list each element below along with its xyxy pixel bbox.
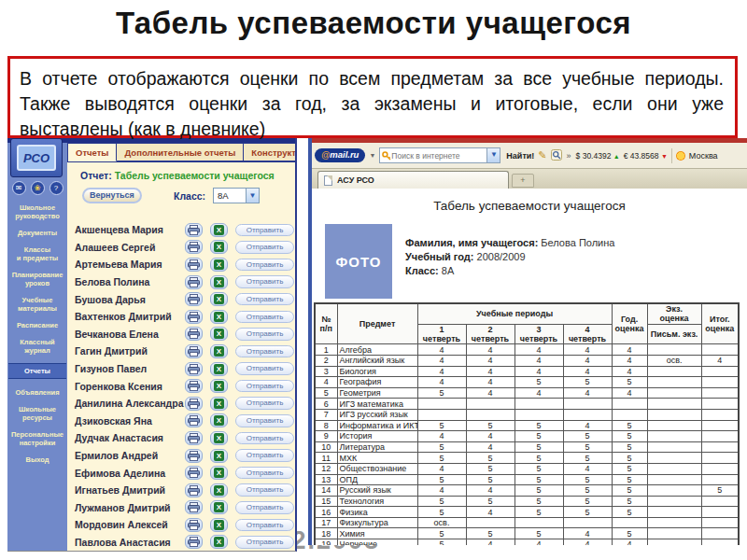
excel-export-button[interactable]: X bbox=[210, 431, 228, 445]
excel-export-button[interactable]: X bbox=[210, 292, 228, 306]
class-select[interactable]: 8А ▼ bbox=[213, 188, 260, 203]
excel-export-button[interactable]: X bbox=[210, 500, 228, 514]
send-button[interactable]: Отправить bbox=[235, 483, 294, 497]
print-button[interactable] bbox=[185, 500, 203, 514]
send-button[interactable]: Отправить bbox=[235, 432, 294, 445]
weather-city[interactable]: Москва bbox=[689, 151, 718, 161]
excel-export-button[interactable]: X bbox=[210, 327, 228, 341]
eur-rate[interactable]: € 43.8568 ▼ bbox=[624, 151, 668, 161]
notifications-icon[interactable]: ❀ bbox=[31, 181, 45, 195]
excel-export-button[interactable]: X bbox=[210, 397, 228, 411]
print-button[interactable] bbox=[185, 362, 203, 376]
send-button[interactable]: Отправить bbox=[235, 467, 294, 480]
send-button[interactable]: Отправить bbox=[235, 397, 294, 410]
sidebar-item-school-management[interactable]: Школьное руководство bbox=[8, 203, 66, 220]
new-tab-button[interactable]: + bbox=[512, 174, 534, 188]
browser-tab-asu-rso[interactable]: АСУ РСО bbox=[317, 171, 509, 189]
send-button[interactable]: Отправить bbox=[235, 293, 294, 306]
sidebar-item-reports[interactable]: Отчеты bbox=[8, 363, 66, 379]
mailru-logo[interactable]: @mail.ru bbox=[315, 148, 365, 162]
grade-cell-exam bbox=[647, 463, 701, 474]
print-button[interactable] bbox=[185, 413, 203, 427]
excel-export-button[interactable]: X bbox=[210, 223, 228, 237]
excel-export-button[interactable]: X bbox=[210, 240, 228, 254]
sidebar-item-exit[interactable]: Выход bbox=[8, 455, 66, 464]
search-dropdown-icon[interactable]: ▼ bbox=[486, 148, 500, 162]
send-button[interactable]: Отправить bbox=[235, 345, 294, 358]
sidebar-item-lesson-planning[interactable]: Планирование уроков bbox=[8, 271, 66, 287]
print-button[interactable] bbox=[185, 466, 203, 480]
send-button[interactable]: Отправить bbox=[235, 311, 294, 324]
sidebar-item-learning-materials[interactable]: Учебные материалы bbox=[8, 296, 66, 313]
send-button[interactable]: Отправить bbox=[235, 275, 294, 288]
send-button[interactable]: Отправить bbox=[235, 449, 294, 462]
print-button[interactable] bbox=[185, 431, 203, 445]
print-button[interactable] bbox=[185, 535, 203, 549]
search-input[interactable] bbox=[391, 151, 486, 161]
grade-cell-q4: 4 bbox=[563, 387, 612, 399]
send-button[interactable]: Отправить bbox=[235, 536, 294, 549]
sidebar-item-schedule[interactable]: Расписание bbox=[8, 321, 66, 329]
print-button[interactable] bbox=[185, 397, 203, 411]
send-button[interactable]: Отправить bbox=[235, 241, 294, 254]
sidebar-item-documents[interactable]: Документы bbox=[8, 229, 66, 237]
send-button[interactable]: Отправить bbox=[235, 362, 294, 375]
send-button[interactable]: Отправить bbox=[235, 328, 294, 341]
back-button[interactable]: Вернуться bbox=[82, 188, 142, 203]
help-icon[interactable]: ? bbox=[49, 181, 63, 195]
excel-export-button[interactable]: X bbox=[210, 518, 228, 532]
excel-export-button[interactable]: X bbox=[210, 535, 228, 549]
excel-export-button[interactable]: X bbox=[210, 258, 228, 272]
usd-rate[interactable]: $ 30.4392 ▲ bbox=[576, 151, 620, 161]
print-button[interactable] bbox=[185, 223, 203, 237]
magnifier-icon[interactable] bbox=[551, 149, 562, 162]
grade-cell-q4: 5 bbox=[563, 441, 612, 453]
sidebar-item-personal-settings[interactable]: Персональные настройки bbox=[8, 430, 66, 447]
print-button[interactable] bbox=[185, 310, 203, 324]
send-button[interactable]: Отправить bbox=[235, 224, 294, 237]
excel-export-button[interactable]: X bbox=[210, 449, 228, 463]
excel-export-button[interactable]: X bbox=[210, 466, 228, 480]
find-button[interactable]: Найти! bbox=[506, 151, 534, 161]
sidebar-item-school-resources[interactable]: Школьные ресурсы bbox=[8, 405, 66, 422]
send-button[interactable]: Отправить bbox=[235, 501, 294, 514]
send-button[interactable]: Отправить bbox=[235, 380, 294, 393]
grade-cell-q4 bbox=[563, 399, 612, 410]
sidebar-item-classes-subjects[interactable]: Классы и предметы bbox=[8, 245, 66, 262]
print-button[interactable] bbox=[185, 240, 203, 254]
print-button[interactable] bbox=[185, 483, 203, 497]
more-tools-chevron[interactable]: » bbox=[567, 151, 571, 161]
print-button[interactable] bbox=[185, 327, 203, 341]
send-button[interactable]: Отправить bbox=[235, 259, 294, 272]
print-button[interactable] bbox=[185, 258, 203, 272]
grade-cell-year: 4 bbox=[612, 539, 647, 545]
print-button[interactable] bbox=[185, 344, 203, 358]
grade-cell-exam bbox=[647, 387, 701, 399]
send-button[interactable]: Отправить bbox=[235, 414, 294, 427]
grade-cell-num: 17 bbox=[315, 517, 337, 528]
excel-export-button[interactable]: X bbox=[210, 483, 228, 497]
pencil-icon[interactable]: ✎ bbox=[538, 150, 546, 161]
excel-export-button[interactable]: X bbox=[210, 362, 228, 376]
logo-dropdown-icon[interactable]: ▼ bbox=[369, 152, 375, 159]
excel-export-button[interactable]: X bbox=[210, 413, 228, 427]
print-button[interactable] bbox=[185, 275, 203, 289]
excel-export-button[interactable]: X bbox=[210, 275, 228, 289]
weather-sun-icon[interactable] bbox=[676, 151, 685, 161]
send-button[interactable]: Отправить bbox=[235, 519, 294, 532]
excel-export-button[interactable]: X bbox=[210, 379, 228, 393]
excel-export-button[interactable]: X bbox=[210, 344, 228, 358]
print-button[interactable] bbox=[185, 518, 203, 532]
grade-cell-year: 5 bbox=[612, 377, 647, 388]
mail-icon[interactable]: ✉ bbox=[12, 181, 26, 195]
tab-report-builder[interactable]: Конструктор отч bbox=[244, 143, 295, 161]
sidebar-item-announcements[interactable]: Объявления bbox=[8, 388, 66, 397]
excel-export-button[interactable]: X bbox=[210, 310, 228, 324]
tab-reports[interactable]: Отчеты bbox=[68, 143, 117, 161]
tab-additional-reports[interactable]: Дополнительные отчеты bbox=[117, 143, 244, 161]
print-button[interactable] bbox=[185, 449, 203, 463]
sidebar-item-class-journal[interactable]: Классный журнал bbox=[8, 338, 66, 355]
printer-icon bbox=[188, 364, 200, 374]
print-button[interactable] bbox=[185, 379, 203, 393]
print-button[interactable] bbox=[185, 292, 203, 306]
